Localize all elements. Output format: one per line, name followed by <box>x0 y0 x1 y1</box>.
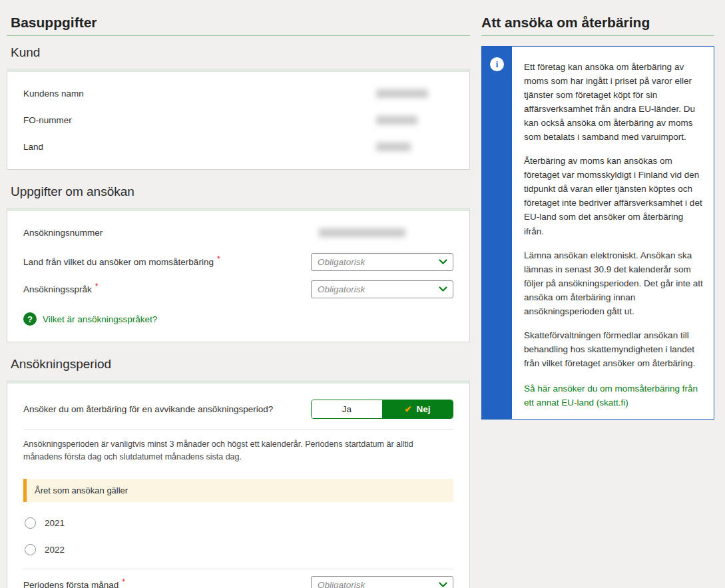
application-card: Ansökningsnummer Land från vilket du ans… <box>7 208 470 342</box>
required-asterisk: * <box>95 282 99 291</box>
sidebar-title: Att ansöka om återbäring <box>481 15 714 36</box>
select-placeholder: Obligatorisk <box>318 257 365 267</box>
first-month-row: Periodens första månad* Obligatorisk <box>23 574 453 588</box>
info-paragraph: Ett företag kan ansöka om återbäring av … <box>524 60 703 144</box>
redacted-value <box>376 89 428 98</box>
refund-country-row: Land från vilket du ansöker om momsåterb… <box>23 250 453 273</box>
radio-button-icon[interactable] <box>25 544 36 555</box>
language-help-row: ? Vilket är ansökningsspråket? <box>23 312 453 326</box>
toggle-no-button[interactable]: ✔ Nej <box>382 400 453 418</box>
divider <box>23 569 453 569</box>
required-asterisk: * <box>122 577 125 587</box>
deviating-period-label: Ansöker du om återbäring för en avvikand… <box>23 404 273 414</box>
application-number-row: Ansökningsnummer <box>23 219 453 246</box>
customer-card: Kundens namn FO-nummer Land <box>7 69 470 170</box>
info-paragraph: Skatteförvaltningen förmedlar ansökan ti… <box>524 328 703 370</box>
section-heading-kund: Kund <box>11 45 470 60</box>
info-box-body: Ett företag kan ansöka om återbäring av … <box>512 47 714 419</box>
deviating-period-toggle: Ja ✔ Nej <box>311 400 453 419</box>
period-note: Ansökningsperioden är vanligtvis minst 3… <box>23 438 443 464</box>
form-left-column: Basuppgifter Kund Kundens namn FO-nummer… <box>7 0 470 588</box>
section-heading-ansokan: Uppgifter om ansökan <box>11 184 470 199</box>
select-placeholder: Obligatorisk <box>318 284 365 294</box>
page-layout: Basuppgifter Kund Kundens namn FO-nummer… <box>0 0 725 588</box>
country-row: Land <box>23 133 453 160</box>
chevron-down-icon <box>439 286 447 292</box>
info-paragraph: Återbäring av moms kan ansökas om företa… <box>524 154 703 238</box>
year-highlight-box: Året som ansökan gäller <box>23 479 453 502</box>
first-month-select[interactable]: Obligatorisk <box>311 576 453 588</box>
page-title: Basuppgifter <box>7 15 470 36</box>
info-box: i Ett företag kan ansöka om återbäring a… <box>481 46 714 420</box>
section-heading-period: Ansökningsperiod <box>11 357 470 372</box>
business-id-label: FO-nummer <box>23 115 376 125</box>
question-mark-icon: ? <box>23 312 37 326</box>
chevron-down-icon <box>439 582 447 588</box>
required-asterisk: * <box>217 254 220 264</box>
year-option-2021[interactable]: 2021 <box>23 510 453 537</box>
application-language-row: Ansökningsspråk* Obligatorisk <box>23 278 453 300</box>
info-box-strip: i <box>482 47 512 419</box>
redacted-value <box>376 116 417 125</box>
redacted-value <box>376 143 411 151</box>
application-number-label: Ansökningsnummer <box>23 228 319 238</box>
checkmark-icon: ✔ <box>405 404 412 414</box>
sidebar-right-column: Att ansöka om återbäring i Ett företag k… <box>481 0 714 588</box>
refund-country-select[interactable]: Obligatorisk <box>311 253 453 271</box>
year-option-label: 2021 <box>45 518 65 528</box>
first-month-label: Periodens första månad* <box>23 580 311 588</box>
application-language-label: Ansökningsspråk* <box>23 284 311 294</box>
divider <box>23 429 453 430</box>
period-card: Ansöker du om återbäring för en avvikand… <box>7 380 470 588</box>
chevron-down-icon <box>439 259 447 265</box>
application-language-select[interactable]: Obligatorisk <box>311 280 453 298</box>
toggle-yes-button[interactable]: Ja <box>312 400 382 418</box>
country-label: Land <box>23 142 376 152</box>
customer-name-label: Kundens namn <box>23 89 376 99</box>
customer-name-row: Kundens namn <box>23 80 453 107</box>
radio-button-icon[interactable] <box>25 517 36 529</box>
toggle-no-label: Nej <box>416 404 430 414</box>
deviating-period-row: Ansöker du om återbäring för en avvikand… <box>23 392 453 428</box>
skatt-fi-link[interactable]: Så här ansöker du om momsåterbäring från… <box>524 382 703 410</box>
language-help-link[interactable]: Vilket är ansökningsspråket? <box>43 314 157 324</box>
year-option-label: 2022 <box>45 545 65 555</box>
select-placeholder: Obligatorisk <box>318 580 365 588</box>
info-icon: i <box>490 57 504 71</box>
year-option-2022[interactable]: 2022 <box>23 537 453 563</box>
redacted-value <box>319 228 405 237</box>
info-paragraph: Lämna ansökan elektroniskt. Ansökan ska … <box>524 248 703 318</box>
business-id-row: FO-nummer <box>23 107 453 133</box>
refund-country-label: Land från vilket du ansöker om momsåterb… <box>23 257 311 267</box>
